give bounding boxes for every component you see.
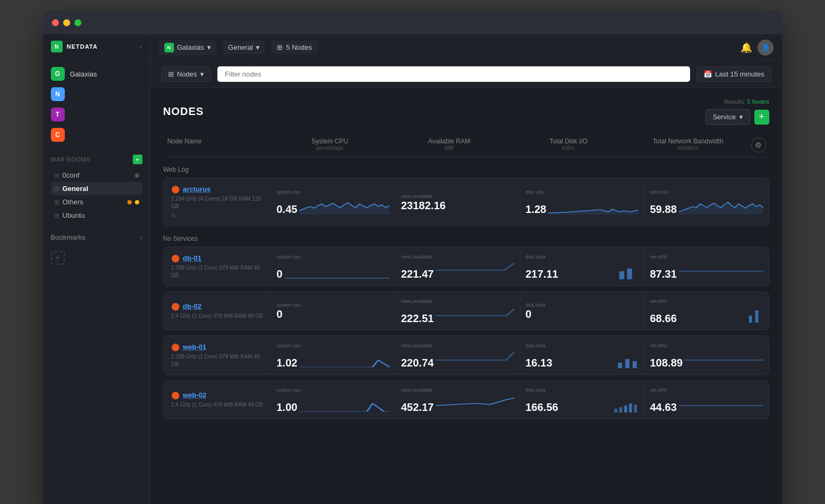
net-cell-web-01: net.eth0 108.89 bbox=[644, 337, 769, 374]
room-icon-0conf: ⊞ bbox=[54, 172, 59, 179]
sidebar-collapse-button[interactable]: ‹ bbox=[140, 42, 142, 51]
status-dot-others-orange bbox=[127, 200, 132, 204]
traffic-lights bbox=[52, 19, 81, 26]
disk-chart-web-01 bbox=[555, 349, 639, 368]
time-range-button[interactable]: 📅 Last 15 minutes bbox=[697, 66, 771, 82]
cpu-cell-db-02: system.cpu 0 bbox=[271, 292, 396, 330]
cpu-cell-arcturus: system.cpu 0.45 bbox=[271, 184, 396, 221]
add-space-button[interactable]: + bbox=[51, 251, 65, 265]
user-avatar[interactable]: 👤 bbox=[758, 40, 774, 56]
node-name-link-db-01[interactable]: db-01 bbox=[183, 254, 202, 262]
col-header-settings: ⚙ bbox=[748, 138, 769, 152]
svg-line-2 bbox=[504, 263, 514, 270]
ram-label-arcturus: mem.available bbox=[401, 194, 514, 199]
svg-line-11 bbox=[373, 360, 379, 367]
ram-value-arcturus: 23182.16 bbox=[401, 200, 514, 211]
node-info-web-01: ⬤ web-01 2.399 GHz (1 Core) 979 MiB RAM … bbox=[164, 336, 271, 375]
space-name-galaxias: Galaxias bbox=[70, 70, 97, 78]
status-dot-others-yellow bbox=[135, 200, 139, 204]
node-name-link-web-02[interactable]: web-02 bbox=[183, 391, 207, 399]
sidebar-item-ubuntu[interactable]: ⊞ Ubuntu bbox=[51, 209, 142, 222]
net-chart-web-01 bbox=[685, 349, 763, 368]
node-name-link-web-01[interactable]: web-01 bbox=[183, 343, 207, 351]
service-row: Service ▾ + bbox=[706, 109, 769, 125]
disk-chart-db-01 bbox=[561, 261, 639, 279]
svg-line-12 bbox=[379, 360, 390, 367]
col-header-network: Total Network Bandwidth kilobits/s bbox=[629, 138, 748, 152]
sync-icon-arcturus: ↻ bbox=[171, 212, 263, 219]
space-avatar-t: T bbox=[51, 108, 65, 121]
os-icon-db-01: ⬤ bbox=[171, 254, 180, 262]
maximize-button[interactable] bbox=[74, 19, 81, 26]
sidebar-item-0conf[interactable]: ⊞ 0conf bbox=[51, 169, 142, 182]
disk-value-arcturus: 1.28 bbox=[526, 204, 547, 215]
node-name-link-arcturus[interactable]: arcturus bbox=[183, 185, 211, 193]
node-name-link-db-02[interactable]: db-02 bbox=[183, 302, 202, 310]
svg-line-14 bbox=[506, 352, 514, 360]
disk-cell-arcturus: disk.sda 1.28 bbox=[520, 184, 645, 221]
space-item-n[interactable]: N bbox=[43, 84, 150, 104]
node-specs-arcturus: 2.294 GHz (4 Cores) 24 GB RAM 120 GB bbox=[171, 195, 263, 210]
bookmarks-section[interactable]: Bookmarks › bbox=[51, 231, 142, 243]
topbar-room-selector[interactable]: General ▾ bbox=[223, 41, 265, 54]
cpu-cell-db-01: system.cpu 0 bbox=[271, 248, 396, 285]
topbar-space-selector[interactable]: N Galaxias ▾ bbox=[159, 40, 217, 55]
close-button[interactable] bbox=[52, 19, 59, 26]
ram-cell-arcturus: mem.available 23182.16 bbox=[395, 184, 520, 221]
svg-rect-25 bbox=[624, 406, 627, 413]
minimize-button[interactable] bbox=[63, 19, 70, 26]
net-value-web-01: 108.89 bbox=[650, 357, 683, 368]
cpu-cell-web-02: system.cpu 1.00 bbox=[271, 381, 396, 418]
add-service-button[interactable]: + bbox=[754, 110, 769, 125]
node-info-arcturus: ⬤ arcturus 2.294 GHz (4 Cores) 24 GB RAM… bbox=[164, 178, 271, 226]
net-value-db-01: 87.31 bbox=[650, 269, 677, 279]
net-cell-db-01: net.eth0 87.31 bbox=[644, 248, 769, 285]
service-dropdown[interactable]: Service ▾ bbox=[706, 109, 750, 125]
sidebar-item-others[interactable]: ⊞ Others bbox=[51, 195, 142, 209]
space-item-galaxias[interactable]: G Galaxias bbox=[43, 64, 150, 84]
topbar-nodes-tab[interactable]: ⊞ 5 Nodes bbox=[271, 41, 317, 54]
node-row-db-01: ⬤ db-01 2.399 GHz (1 Core) 979 MiB RAM 4… bbox=[163, 247, 769, 286]
col-header-disk: Total Disk I/O KiB/s bbox=[509, 138, 629, 152]
nodes-view-button[interactable]: ⊞ Nodes ▾ bbox=[161, 66, 211, 82]
sidebar-item-general[interactable]: ⊞ General bbox=[51, 182, 142, 195]
bookmarks-chevron-icon: › bbox=[140, 234, 142, 241]
node-name-row-arcturus: ⬤ arcturus bbox=[171, 185, 263, 193]
cpu-value-db-01: 0 bbox=[277, 269, 283, 279]
notifications-icon[interactable]: 🔔 bbox=[740, 42, 752, 54]
net-value-web-02: 44.63 bbox=[650, 402, 677, 413]
service-dropdown-chevron: ▾ bbox=[739, 113, 743, 121]
svg-rect-23 bbox=[614, 409, 617, 413]
ram-chart-db-02 bbox=[436, 305, 514, 324]
netdata-logo-text: NETDATA bbox=[67, 43, 98, 50]
bookmarks-label: Bookmarks bbox=[51, 233, 86, 241]
node-specs-db-02: 2.4 GHz (1 Core) 979 MiB RAM 40 GB bbox=[171, 312, 263, 320]
app-layout: N NETDATA ‹ G Galaxias N T C bbox=[43, 34, 782, 504]
space-item-c[interactable]: C bbox=[43, 125, 150, 145]
cpu-value-web-01: 1.02 bbox=[277, 357, 298, 368]
search-input[interactable] bbox=[217, 66, 690, 82]
cpu-value-arcturus: 0.45 bbox=[277, 204, 298, 215]
disk-cell-web-02: disk.xvda 166.56 bbox=[520, 381, 645, 418]
space-item-t[interactable]: T bbox=[43, 104, 150, 125]
ram-chart-web-01 bbox=[436, 349, 514, 368]
sidebar-header: N NETDATA ‹ bbox=[43, 34, 150, 59]
net-chart-db-01 bbox=[679, 261, 763, 279]
svg-rect-3 bbox=[619, 271, 624, 279]
table-header: Node Name System CPU percentage Availabl… bbox=[163, 133, 769, 157]
topbar-nodes-count: 5 Nodes bbox=[286, 43, 312, 51]
table-settings-button[interactable]: ⚙ bbox=[751, 138, 766, 152]
app-window: N NETDATA ‹ G Galaxias N T C bbox=[43, 11, 782, 504]
cpu-label-web-01: system.cpu bbox=[277, 343, 390, 348]
disk-value-db-01: 217.11 bbox=[526, 269, 558, 279]
room-name-others: Others bbox=[63, 198, 124, 206]
section-no-services: No Services ⬤ db-01 2.399 GHz (1 Core) 9… bbox=[163, 235, 769, 419]
svg-line-20 bbox=[367, 403, 373, 411]
svg-rect-15 bbox=[618, 363, 622, 368]
add-war-room-button[interactable]: + bbox=[133, 155, 142, 164]
war-rooms-label: War Rooms bbox=[51, 156, 90, 163]
svg-rect-17 bbox=[632, 361, 637, 368]
node-specs-db-01: 2.399 GHz (1 Core) 979 MiB RAM 40 GB bbox=[171, 264, 263, 279]
netdata-logo-icon: N bbox=[51, 41, 63, 52]
node-specs-web-02: 2.4 GHz (1 Core) 979 MiB RAM 40 GB bbox=[171, 401, 263, 409]
